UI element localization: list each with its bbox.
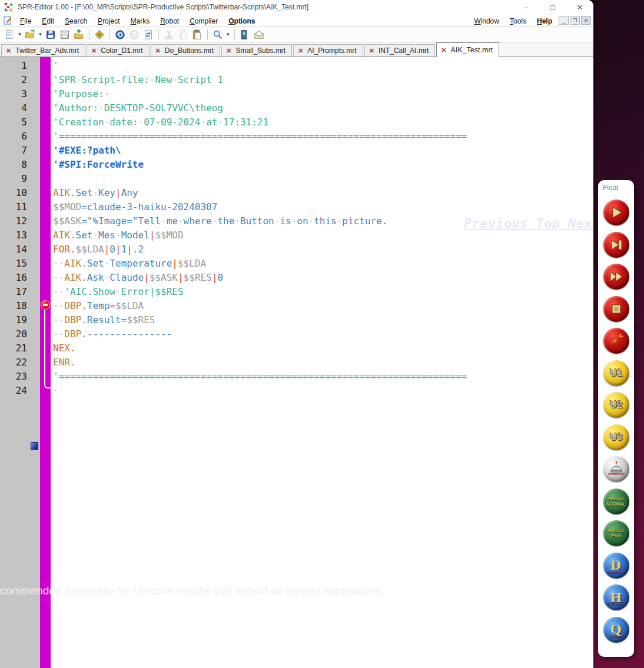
tab-close-icon[interactable]: ✕ [91, 47, 97, 55]
mdi-minimize-button[interactable]: _ [559, 16, 569, 25]
code-editor[interactable]: 123456789101112131415161718192021222324 … [0, 57, 593, 668]
tab-AIK_Test.mrt[interactable]: ✕AIK_Test.mrt [436, 42, 499, 57]
dragon-button[interactable] [603, 328, 629, 354]
save-all-button[interactable] [58, 28, 72, 41]
code-line-4: 'Author:·DESKTOP-SOL7VVC\theog [53, 101, 593, 115]
step-button[interactable] [603, 232, 629, 258]
tab-label: Do_Buttons.mrt [165, 46, 214, 55]
mdi-restore-button[interactable]: ❐ [570, 16, 580, 25]
new-file-button-dropdown-arrow[interactable]: ▼ [16, 28, 23, 41]
find-icon [213, 29, 223, 40]
open-file-button-dropdown-arrow[interactable]: ▼ [37, 28, 44, 41]
find-button[interactable] [211, 28, 225, 41]
line-number[interactable]: 19 [0, 313, 27, 327]
line-number[interactable]: 8 [0, 158, 27, 172]
line-number[interactable]: 20 [0, 327, 27, 341]
line-number[interactable]: 6 [0, 129, 27, 144]
line-number[interactable]: 13 [0, 228, 27, 242]
save-as-button[interactable] [72, 28, 86, 41]
line-number[interactable]: 9 [0, 172, 27, 186]
line-number[interactable]: 1 [0, 59, 27, 73]
tab-close-icon[interactable]: ✕ [6, 47, 11, 55]
menu-robot[interactable]: Robot [155, 16, 184, 26]
exit-button[interactable] [238, 28, 252, 41]
redo-icon [129, 29, 140, 40]
button-caption: HE-Recorder [603, 603, 629, 606]
line-number[interactable]: 21 [0, 341, 27, 355]
record-normal-button[interactable]: RecordNORMAL [603, 488, 629, 514]
new-file-button[interactable] [2, 28, 16, 41]
breakpoint-icon[interactable] [41, 300, 50, 310]
compile-button[interactable] [92, 28, 107, 41]
menu-edit[interactable]: Edit [36, 16, 59, 26]
menu-window[interactable]: Window [469, 16, 504, 26]
analyzer-button[interactable]: QAnalyzer [603, 617, 629, 643]
tab-Twitter_Bar_Adv.mrt[interactable]: ✕Twitter_Bar_Adv.mrt [1, 44, 85, 57]
bookmark-icon[interactable] [31, 442, 38, 450]
mail-button[interactable] [252, 28, 266, 41]
line-number[interactable]: 18 [0, 299, 27, 313]
menu-help[interactable]: Help [532, 16, 557, 26]
undo-button[interactable] [113, 28, 127, 41]
reload-button[interactable] [141, 28, 155, 41]
tab-Small_Subs.mrt[interactable]: ✕Small_Subs.mrt [221, 44, 292, 57]
line-number[interactable]: 24 [0, 384, 27, 398]
line-number[interactable]: 17 [0, 285, 27, 299]
code-line-9 [53, 172, 593, 186]
stop-button[interactable] [603, 296, 629, 322]
minimize-button[interactable]: – [512, 0, 539, 14]
tab-AI_Prompts.mrt[interactable]: ✕AI_Prompts.mrt [293, 44, 363, 57]
tab-close-icon[interactable]: ✕ [226, 47, 231, 55]
find-button-dropdown-arrow[interactable]: ▼ [225, 28, 231, 41]
save-button[interactable] [44, 28, 58, 41]
tab-Color_D1.mrt[interactable]: ✕Color_D1.mrt [87, 44, 150, 57]
line-number[interactable]: 16 [0, 271, 27, 285]
line-number[interactable]: 10 [0, 186, 27, 200]
menu-marks[interactable]: Marks [125, 16, 155, 26]
tab-close-icon[interactable]: ✕ [298, 47, 303, 55]
line-number[interactable]: 7 [0, 144, 27, 158]
menu-file[interactable]: File [15, 16, 36, 26]
user3-button[interactable]: U3 [603, 424, 629, 450]
line-number[interactable]: 12 [0, 214, 27, 228]
animation-button[interactable]: Animation IV [603, 456, 629, 482]
stop-icon [609, 301, 624, 317]
tab-INT_Call_AI.mrt[interactable]: ✕INT_Call_AI.mrt [364, 44, 436, 57]
record-prof-button[interactable]: RecordProf [603, 520, 629, 546]
user2-button[interactable]: U2 [603, 392, 629, 418]
tab-close-icon[interactable]: ✕ [155, 47, 161, 55]
he-recorder-button[interactable]: HHE-Recorder [603, 584, 629, 610]
door-icon [240, 29, 250, 40]
line-number[interactable]: 22 [0, 355, 27, 370]
menu-options[interactable]: Options [223, 16, 260, 26]
line-number[interactable]: 11 [0, 200, 27, 214]
open-file-button[interactable] [23, 28, 37, 41]
line-number[interactable]: 5 [0, 115, 27, 129]
toolbar-separator [109, 29, 110, 40]
line-number[interactable]: 23 [0, 370, 27, 384]
document-pencil-icon [4, 16, 12, 25]
close-button[interactable]: ✕ [566, 0, 593, 14]
line-number[interactable]: 14 [0, 242, 27, 257]
line-number[interactable]: 2 [0, 73, 27, 87]
user1-button[interactable]: U1 [603, 360, 629, 386]
menu-compiler[interactable]: Compiler [184, 16, 223, 26]
line-number[interactable]: 3 [0, 87, 27, 101]
menu-tools[interactable]: Tools [504, 16, 532, 26]
code-area[interactable]: ''SPR·Script-file:·New·Script_1'Purpose:… [51, 57, 593, 668]
line-number[interactable]: 15 [0, 257, 27, 271]
paste-button[interactable] [190, 28, 204, 41]
run-button[interactable] [603, 200, 629, 225]
mdi-close-button[interactable]: ✕ [581, 16, 591, 25]
tab-Do_Buttons.mrt[interactable]: ✕Do_Buttons.mrt [151, 44, 221, 57]
app-logo-icon [4, 2, 13, 12]
tab-close-icon[interactable]: ✕ [369, 47, 374, 55]
code-line-10: AIK.Set·Key|Any [53, 186, 593, 200]
line-number[interactable]: 4 [0, 101, 27, 115]
tab-close-icon[interactable]: ✕ [441, 46, 446, 54]
maximize-button[interactable]: □ [539, 0, 566, 14]
fast-forward-button[interactable] [603, 264, 629, 290]
menu-project[interactable]: Project [92, 16, 125, 26]
menu-search[interactable]: Search [59, 16, 92, 26]
datamaster-button[interactable]: DDataMaster [603, 553, 629, 579]
